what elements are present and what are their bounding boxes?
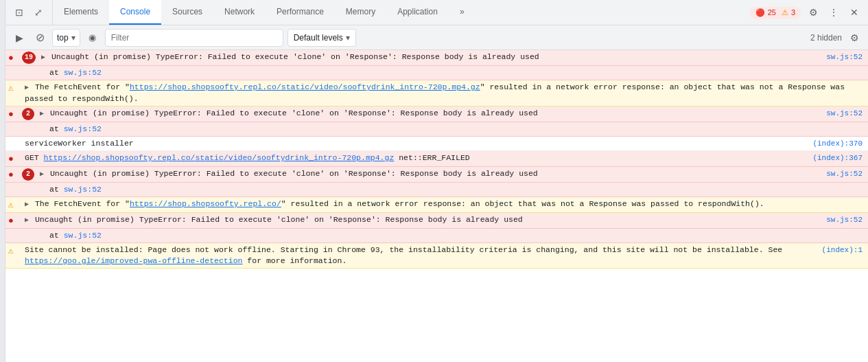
indent-text: at sw.js:52 <box>30 67 102 78</box>
warn-triangle-icon: ⚠ <box>8 83 14 94</box>
source-link[interactable]: sw.js:52 <box>64 124 102 133</box>
error-indicator: ● <box>8 152 22 165</box>
entry-text: GET https://shop.shopsoofty.repl.co/stat… <box>25 153 470 162</box>
error-indicator: ● <box>8 52 22 64</box>
entry-source-link[interactable]: (index):367 <box>807 152 868 163</box>
repeat-badge: 2 <box>22 168 34 181</box>
source-link[interactable]: sw.js:52 <box>64 231 102 240</box>
pwa-docs-link[interactable]: https://goo.gle/improved-pwa-offline-det… <box>25 256 242 265</box>
log-entry: ⚠ ▶ The FetchEvent for "https://shop.sho… <box>5 197 868 213</box>
log-entry: ● GET https://shop.shopsoofty.repl.co/st… <box>5 151 868 167</box>
error-count-badge[interactable]: 🔴 25 ⚠ 3 <box>750 7 801 19</box>
fetch-url-link[interactable]: https://shop.shopsoofty.repl.co/ <box>130 199 281 208</box>
entry-source-link[interactable]: sw.js:52 <box>821 168 868 179</box>
tab-bar: ⊡ ⤢ Elements Console Sources Network Per… <box>5 0 868 25</box>
console-settings-button[interactable]: ⚙ <box>846 30 863 46</box>
hidden-count[interactable]: 2 hidden <box>810 33 842 43</box>
entry-source-link[interactable]: sw.js:52 <box>821 214 868 225</box>
resize-handle[interactable] <box>0 0 5 362</box>
warn-triangle-icon: ⚠ <box>8 200 14 211</box>
top-bar-actions: 🔴 25 ⚠ 3 ⚙ ⋮ ✕ <box>744 0 868 25</box>
log-entry: ● 2 ▶ Uncaught (in promise) TypeError: F… <box>5 106 868 122</box>
entry-source-link[interactable]: sw.js:52 <box>821 52 868 63</box>
tab-application[interactable]: Application <box>386 0 449 25</box>
error-indicator: ● <box>8 214 22 227</box>
log-entry-sub: at sw.js:52 <box>5 183 868 197</box>
entry-message: ▶ Uncaught (in promise) TypeError: Faile… <box>22 214 821 226</box>
console-output: ● 19 ▶ Uncaught (in promise) TypeError: … <box>5 50 868 362</box>
close-button[interactable]: ✕ <box>846 4 863 21</box>
expand-icon[interactable]: ▶ <box>41 52 45 63</box>
warn-triangle-icon: ⚠ <box>8 246 14 257</box>
log-entry-sub: at sw.js:52 <box>5 229 868 243</box>
error-icon: 🔴 <box>755 8 765 17</box>
repeat-badge: 2 <box>22 108 34 120</box>
error-count: 25 <box>768 8 776 16</box>
warn-icon: ⚠ <box>782 8 788 17</box>
log-entry-sub: at sw.js:52 <box>5 122 868 137</box>
expand-icon[interactable]: ▶ <box>25 215 29 226</box>
log-entry: ● 2 ▶ Uncaught (in promise) TypeError: F… <box>5 167 868 183</box>
repeat-badge: 19 <box>22 52 36 64</box>
entry-message: Site cannot be installed: Page does not … <box>22 245 817 267</box>
devtools-window: ⊡ ⤢ Elements Console Sources Network Per… <box>0 0 868 362</box>
tab-performance[interactable]: Performance <box>266 0 335 25</box>
log-entry: ⚠ Site cannot be installed: Page does no… <box>5 243 868 269</box>
indent-text: at sw.js:52 <box>30 124 102 135</box>
error-circle-icon: ● <box>8 170 14 181</box>
dock-controls: ⊡ ⤢ <box>5 0 53 25</box>
context-selector[interactable]: top ▾ <box>52 29 80 47</box>
log-entry: ⚠ ▶ The FetchEvent for "https://shop.sho… <box>5 80 868 106</box>
error-indicator: ● <box>8 108 22 120</box>
entry-message: ▶ Uncaught (in promise) TypeError: Faile… <box>38 52 821 63</box>
tab-elements[interactable]: Elements <box>53 0 109 25</box>
clear-console-button[interactable]: ▶ <box>11 30 27 46</box>
tab-network[interactable]: Network <box>213 0 266 25</box>
tab-memory[interactable]: Memory <box>335 0 386 25</box>
error-circle-icon: ● <box>8 154 14 165</box>
more-button[interactable]: ⋮ <box>825 4 842 21</box>
entry-text: Uncaught (in promise) TypeError: Failed … <box>50 169 538 178</box>
context-dropdown-icon: ▾ <box>71 33 75 43</box>
log-entry: ● 19 ▶ Uncaught (in promise) TypeError: … <box>5 50 868 66</box>
levels-chevron-icon: ▾ <box>346 33 350 43</box>
preserve-log-button[interactable]: ⊘ <box>32 30 48 46</box>
entry-text: Site cannot be installed: Page does not … <box>25 245 782 265</box>
tab-console[interactable]: Console <box>109 0 161 25</box>
get-url-link[interactable]: https://shop.shopsoofty.repl.co/static/v… <box>44 153 395 162</box>
expand-icon[interactable]: ▶ <box>25 82 29 93</box>
indent-text: at sw.js:52 <box>30 184 102 195</box>
error-circle-icon: ● <box>8 216 14 227</box>
entry-source-link[interactable]: (index):1 <box>817 245 868 256</box>
source-link[interactable]: sw.js:52 <box>64 68 102 77</box>
tab-more[interactable]: » <box>449 0 476 25</box>
entry-source-link[interactable]: sw.js:52 <box>821 108 868 119</box>
info-indicator <box>8 138 22 139</box>
eye-button[interactable]: ◉ <box>84 30 101 46</box>
error-indicator: ● <box>8 168 22 181</box>
warn-indicator: ⚠ <box>8 245 22 257</box>
settings-button[interactable]: ⚙ <box>805 4 821 21</box>
expand-icon[interactable]: ▶ <box>40 169 44 180</box>
log-entry: serviceWorker installer (index):370 <box>5 137 868 151</box>
entry-message: serviceWorker installer <box>22 138 807 149</box>
warn-indicator: ⚠ <box>8 82 22 94</box>
source-link[interactable]: sw.js:52 <box>64 185 102 194</box>
entry-text: The FetchEvent for "https://shop.shopsoo… <box>35 199 764 208</box>
entry-text: Uncaught (in promise) TypeError: Failed … <box>35 215 523 224</box>
entry-text: Uncaught (in promise) TypeError: Failed … <box>51 52 539 61</box>
levels-dropdown[interactable]: Default levels ▾ <box>288 29 356 47</box>
tab-sources[interactable]: Sources <box>161 0 213 25</box>
fetch-url-link[interactable]: https://shop.shopsoofty.repl.co/static/v… <box>130 82 480 91</box>
indent-text: at sw.js:52 <box>30 230 102 241</box>
warn-count: 3 <box>791 8 795 16</box>
expand-icon[interactable]: ▶ <box>25 199 29 210</box>
undock-button[interactable]: ⤢ <box>30 4 47 21</box>
entry-source-link[interactable]: (index):370 <box>807 138 868 149</box>
filter-input[interactable] <box>105 29 283 47</box>
dock-button[interactable]: ⊡ <box>11 4 27 21</box>
log-entry: ● ▶ Uncaught (in promise) TypeError: Fai… <box>5 213 868 229</box>
error-circle-icon: ● <box>8 53 14 64</box>
expand-icon[interactable]: ▶ <box>40 109 44 120</box>
entry-text: The FetchEvent for "https://shop.shopsoo… <box>25 82 845 103</box>
